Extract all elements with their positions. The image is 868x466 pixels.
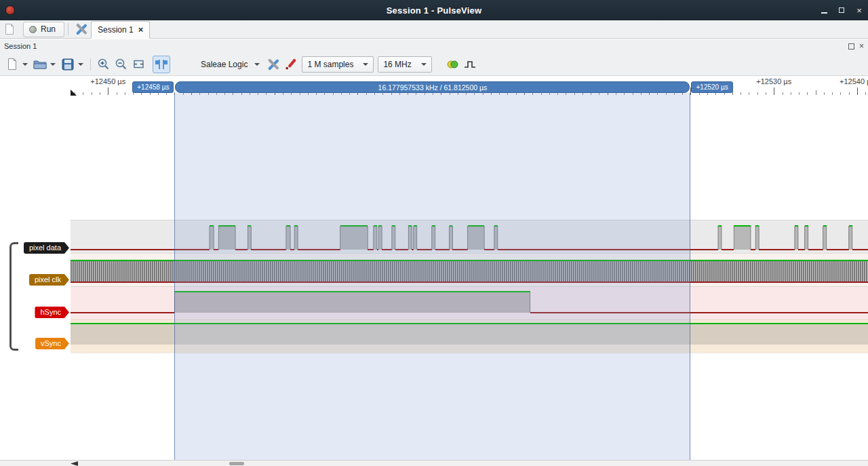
device-selector[interactable]: Saleae Logic <box>196 56 264 73</box>
ruler-tick <box>816 90 816 95</box>
chevron-down-icon <box>22 63 28 66</box>
tab-close-icon[interactable]: × <box>138 26 144 33</box>
channel-tag-vsync[interactable]: vSync <box>35 338 69 349</box>
pulseview-app-icon <box>5 5 15 15</box>
trigger-icon <box>463 59 477 70</box>
restore-icon <box>839 7 844 13</box>
channel-tag-pixel-data[interactable]: pixel data <box>24 242 69 254</box>
tab-session-1-label: Session 1 <box>98 25 134 35</box>
chevron-down-icon <box>78 63 83 66</box>
separator <box>68 23 68 35</box>
separator <box>90 58 91 71</box>
cursors-icon <box>155 59 168 70</box>
horizontal-scrollbar[interactable] <box>0 460 868 466</box>
configure-tools-icon <box>267 58 280 71</box>
ruler-tick <box>857 88 858 95</box>
sample-rate-value: 16 MHz <box>383 60 411 69</box>
save-file-dropdown[interactable] <box>77 56 85 73</box>
zoom-in-button[interactable] <box>94 56 112 73</box>
zoom-fit-icon <box>132 58 145 71</box>
zoom-out-button[interactable] <box>112 56 130 73</box>
chevron-down-icon <box>421 63 427 66</box>
crossed-tools-icon <box>75 23 88 35</box>
new-file-icon <box>7 58 18 71</box>
run-state-icon <box>29 26 37 33</box>
zoom-out-icon <box>115 58 127 71</box>
show-cursors-toggle[interactable] <box>153 56 170 73</box>
save-file-button[interactable] <box>59 56 77 73</box>
main-toolbar: Saleae Logic 1 M samples 16 MHz <box>0 53 868 76</box>
new-file-dropdown[interactable] <box>21 56 29 73</box>
minimize-icon <box>821 12 827 14</box>
configure-device-button[interactable] <box>264 56 282 73</box>
open-folder-icon <box>33 59 47 70</box>
chevron-down-icon <box>254 63 260 66</box>
cursor-measurement-bar[interactable]: 16.177957533 kHz / 61.812500 µs <box>175 81 690 93</box>
scrollbar-handle[interactable] <box>229 462 244 465</box>
restore-button[interactable] <box>833 0 850 20</box>
scroll-left-arrow-icon[interactable] <box>71 461 78 466</box>
probe-icon <box>284 58 298 71</box>
channel-tag-pixel-clk[interactable]: pixel clk <box>29 274 69 286</box>
trace-group-bracket[interactable] <box>9 242 18 351</box>
device-selector-value: Saleae Logic <box>201 60 248 69</box>
window-title: Session 1 - PulseView <box>0 5 868 16</box>
window-controls: × <box>815 0 868 20</box>
minimize-button[interactable] <box>815 0 833 20</box>
dock-float-icon[interactable] <box>848 43 854 50</box>
channel-label-column: pixel datapixel clkhSyncvSync <box>0 95 71 460</box>
channels-button[interactable] <box>282 56 300 73</box>
add-decoder-button[interactable] <box>443 56 461 73</box>
close-button[interactable]: × <box>850 0 868 20</box>
ruler-label: +12450 µs <box>90 77 125 85</box>
dock-close-icon[interactable]: × <box>859 43 864 50</box>
ruler-tick <box>108 88 108 95</box>
zoom-in-icon <box>97 58 110 71</box>
titlebar: Session 1 - PulseView × <box>0 0 868 20</box>
open-file-dropdown[interactable] <box>49 56 57 73</box>
open-file-button[interactable] <box>31 56 49 73</box>
cursor-right-flag[interactable]: +12520 µs <box>691 81 732 93</box>
sample-count-combobox[interactable]: 1 M samples <box>302 56 374 73</box>
zoom-fit-button[interactable] <box>130 56 147 73</box>
trigger-settings-button[interactable] <box>461 56 479 73</box>
tab-session-1[interactable]: Session 1 × <box>91 21 150 39</box>
sample-count-value: 1 M samples <box>307 60 353 69</box>
ruler-label: +12530 µs <box>756 77 791 85</box>
run-button[interactable]: Run <box>23 22 64 37</box>
chevron-down-icon <box>50 63 56 66</box>
new-page-icon <box>4 23 15 35</box>
dock-header: Session 1 × <box>0 39 868 53</box>
cursor-selection-region[interactable] <box>174 93 690 460</box>
sample-rate-combobox[interactable]: 16 MHz <box>378 56 431 73</box>
channel-tag-hsync[interactable]: hSync <box>35 307 69 318</box>
new-session-button[interactable] <box>1 22 18 37</box>
decoder-icon <box>446 59 459 70</box>
dock-title: Session 1 <box>0 42 37 50</box>
ruler-tick <box>774 88 774 95</box>
ruler-label: +12540 µs <box>840 77 868 85</box>
save-disk-icon <box>62 58 74 71</box>
cursor-left-flag[interactable]: +12458 µs <box>132 81 174 93</box>
session-bar: Run Session 1 × <box>0 20 868 39</box>
run-button-label: Run <box>41 24 56 34</box>
new-file-button[interactable] <box>3 56 21 73</box>
settings-button[interactable] <box>73 22 90 37</box>
chevron-down-icon <box>363 63 368 66</box>
